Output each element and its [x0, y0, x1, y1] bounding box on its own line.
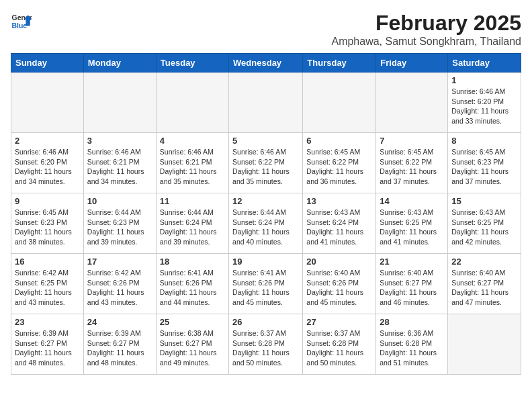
calendar-cell-w2-d3: 4Sunrise: 6:46 AM Sunset: 6:21 PM Daylig…: [156, 133, 228, 193]
header-thursday: Thursday: [303, 54, 376, 73]
day-info: Sunrise: 6:42 AM Sunset: 6:25 PM Dayligh…: [15, 268, 80, 308]
day-info: Sunrise: 6:46 AM Sunset: 6:21 PM Dayligh…: [160, 147, 225, 187]
day-info: Sunrise: 6:42 AM Sunset: 6:26 PM Dayligh…: [87, 268, 152, 308]
day-number: 27: [306, 317, 372, 327]
day-number: 16: [15, 257, 80, 267]
day-info: Sunrise: 6:45 AM Sunset: 6:23 PM Dayligh…: [451, 147, 517, 187]
header-saturday: Saturday: [448, 54, 521, 73]
day-info: Sunrise: 6:43 AM Sunset: 6:24 PM Dayligh…: [306, 208, 372, 247]
day-info: Sunrise: 6:45 AM Sunset: 6:22 PM Dayligh…: [306, 147, 372, 187]
calendar-cell-w5-d3: 25Sunrise: 6:38 AM Sunset: 6:27 PM Dayli…: [156, 314, 228, 375]
day-number: 9: [15, 196, 80, 206]
day-info: Sunrise: 6:44 AM Sunset: 6:23 PM Dayligh…: [87, 208, 152, 247]
calendar-cell-w2-d5: 6Sunrise: 6:45 AM Sunset: 6:22 PM Daylig…: [303, 133, 376, 193]
week-row-1: 1Sunrise: 6:46 AM Sunset: 6:20 PM Daylig…: [11, 73, 521, 133]
calendar-cell-w4-d2: 17Sunrise: 6:42 AM Sunset: 6:26 PM Dayli…: [83, 254, 156, 314]
day-info: Sunrise: 6:46 AM Sunset: 6:21 PM Dayligh…: [87, 147, 152, 187]
calendar-cell-w5-d2: 24Sunrise: 6:39 AM Sunset: 6:27 PM Dayli…: [83, 314, 156, 375]
header-friday: Friday: [376, 54, 448, 73]
header-tuesday: Tuesday: [156, 54, 228, 73]
day-number: 22: [451, 257, 517, 267]
day-info: Sunrise: 6:46 AM Sunset: 6:20 PM Dayligh…: [15, 147, 80, 187]
header-monday: Monday: [83, 54, 156, 73]
calendar-cell-w4-d3: 18Sunrise: 6:41 AM Sunset: 6:26 PM Dayli…: [156, 254, 228, 314]
day-number: 13: [306, 196, 372, 206]
day-info: Sunrise: 6:40 AM Sunset: 6:26 PM Dayligh…: [306, 268, 372, 308]
calendar-cell-w3-d6: 14Sunrise: 6:43 AM Sunset: 6:25 PM Dayli…: [376, 193, 448, 254]
day-number: 17: [87, 257, 152, 267]
week-row-4: 16Sunrise: 6:42 AM Sunset: 6:25 PM Dayli…: [11, 254, 521, 314]
day-number: 5: [232, 136, 299, 146]
calendar-cell-w5-d1: 23Sunrise: 6:39 AM Sunset: 6:27 PM Dayli…: [11, 314, 84, 375]
day-number: 4: [160, 136, 225, 146]
day-info: Sunrise: 6:37 AM Sunset: 6:28 PM Dayligh…: [306, 328, 372, 368]
day-number: 7: [380, 136, 444, 146]
day-info: Sunrise: 6:46 AM Sunset: 6:22 PM Dayligh…: [232, 147, 299, 187]
day-number: 14: [380, 196, 444, 206]
calendar-cell-w4-d6: 21Sunrise: 6:40 AM Sunset: 6:27 PM Dayli…: [376, 254, 448, 314]
calendar-cell-w2-d7: 8Sunrise: 6:45 AM Sunset: 6:23 PM Daylig…: [448, 133, 521, 193]
calendar-cell-w4-d4: 19Sunrise: 6:41 AM Sunset: 6:26 PM Dayli…: [229, 254, 303, 314]
calendar-cell-w4-d1: 16Sunrise: 6:42 AM Sunset: 6:25 PM Dayli…: [11, 254, 84, 314]
calendar-cell-w3-d3: 11Sunrise: 6:44 AM Sunset: 6:24 PM Dayli…: [156, 193, 228, 254]
svg-text:Blue: Blue: [12, 22, 28, 30]
day-info: Sunrise: 6:39 AM Sunset: 6:27 PM Dayligh…: [15, 328, 80, 368]
day-number: 23: [15, 317, 80, 327]
day-number: 26: [232, 317, 299, 327]
day-info: Sunrise: 6:43 AM Sunset: 6:25 PM Dayligh…: [451, 208, 517, 247]
day-number: 15: [451, 196, 517, 206]
day-number: 19: [232, 257, 299, 267]
calendar-header-row: Sunday Monday Tuesday Wednesday Thursday…: [11, 54, 521, 73]
calendar-cell-w5-d6: 28Sunrise: 6:36 AM Sunset: 6:28 PM Dayli…: [376, 314, 448, 375]
day-info: Sunrise: 6:45 AM Sunset: 6:23 PM Dayligh…: [15, 208, 80, 247]
day-info: Sunrise: 6:45 AM Sunset: 6:22 PM Dayligh…: [380, 147, 444, 187]
header-sunday: Sunday: [11, 54, 84, 73]
main-title: February 2025: [331, 11, 521, 36]
calendar-cell-w1-d2: [83, 73, 156, 133]
day-number: 20: [306, 257, 372, 267]
calendar-cell-w5-d4: 26Sunrise: 6:37 AM Sunset: 6:28 PM Dayli…: [229, 314, 303, 375]
header-wednesday: Wednesday: [229, 54, 303, 73]
day-number: 24: [87, 317, 152, 327]
day-info: Sunrise: 6:41 AM Sunset: 6:26 PM Dayligh…: [232, 268, 299, 308]
day-number: 25: [160, 317, 225, 327]
week-row-2: 2Sunrise: 6:46 AM Sunset: 6:20 PM Daylig…: [11, 133, 521, 193]
day-info: Sunrise: 6:41 AM Sunset: 6:26 PM Dayligh…: [160, 268, 225, 308]
day-info: Sunrise: 6:38 AM Sunset: 6:27 PM Dayligh…: [160, 328, 225, 368]
title-section: February 2025 Amphawa, Samut Songkhram, …: [331, 11, 521, 48]
page-header: General Blue February 2025 Amphawa, Samu…: [11, 11, 521, 48]
subtitle: Amphawa, Samut Songkhram, Thailand: [331, 36, 521, 48]
day-number: 28: [380, 317, 444, 327]
calendar-cell-w3-d5: 13Sunrise: 6:43 AM Sunset: 6:24 PM Dayli…: [303, 193, 376, 254]
day-info: Sunrise: 6:46 AM Sunset: 6:20 PM Dayligh…: [451, 87, 517, 126]
calendar-cell-w1-d6: [376, 73, 448, 133]
calendar-cell-w2-d2: 3Sunrise: 6:46 AM Sunset: 6:21 PM Daylig…: [83, 133, 156, 193]
day-number: 8: [451, 136, 517, 146]
calendar-cell-w1-d7: 1Sunrise: 6:46 AM Sunset: 6:20 PM Daylig…: [448, 73, 521, 133]
week-row-5: 23Sunrise: 6:39 AM Sunset: 6:27 PM Dayli…: [11, 314, 521, 375]
day-number: 21: [380, 257, 444, 267]
calendar-cell-w3-d7: 15Sunrise: 6:43 AM Sunset: 6:25 PM Dayli…: [448, 193, 521, 254]
logo-icon: General Blue: [11, 11, 32, 32]
calendar-cell-w1-d5: [303, 73, 376, 133]
calendar-cell-w1-d1: [11, 73, 84, 133]
day-info: Sunrise: 6:39 AM Sunset: 6:27 PM Dayligh…: [87, 328, 152, 368]
day-number: 11: [160, 196, 225, 206]
day-info: Sunrise: 6:37 AM Sunset: 6:28 PM Dayligh…: [232, 328, 299, 368]
day-number: 18: [160, 257, 225, 267]
calendar-cell-w1-d3: [156, 73, 228, 133]
calendar-cell-w2-d6: 7Sunrise: 6:45 AM Sunset: 6:22 PM Daylig…: [376, 133, 448, 193]
calendar-cell-w5-d5: 27Sunrise: 6:37 AM Sunset: 6:28 PM Dayli…: [303, 314, 376, 375]
calendar-cell-w2-d1: 2Sunrise: 6:46 AM Sunset: 6:20 PM Daylig…: [11, 133, 84, 193]
day-info: Sunrise: 6:43 AM Sunset: 6:25 PM Dayligh…: [380, 208, 444, 247]
day-info: Sunrise: 6:40 AM Sunset: 6:27 PM Dayligh…: [380, 268, 444, 308]
day-number: 3: [87, 136, 152, 146]
day-number: 6: [306, 136, 372, 146]
calendar-table: Sunday Monday Tuesday Wednesday Thursday…: [11, 53, 521, 375]
calendar-cell-w3-d4: 12Sunrise: 6:44 AM Sunset: 6:24 PM Dayli…: [229, 193, 303, 254]
day-info: Sunrise: 6:40 AM Sunset: 6:27 PM Dayligh…: [451, 268, 517, 308]
day-number: 12: [232, 196, 299, 206]
day-info: Sunrise: 6:44 AM Sunset: 6:24 PM Dayligh…: [160, 208, 225, 247]
day-number: 2: [15, 136, 80, 146]
week-row-3: 9Sunrise: 6:45 AM Sunset: 6:23 PM Daylig…: [11, 193, 521, 254]
